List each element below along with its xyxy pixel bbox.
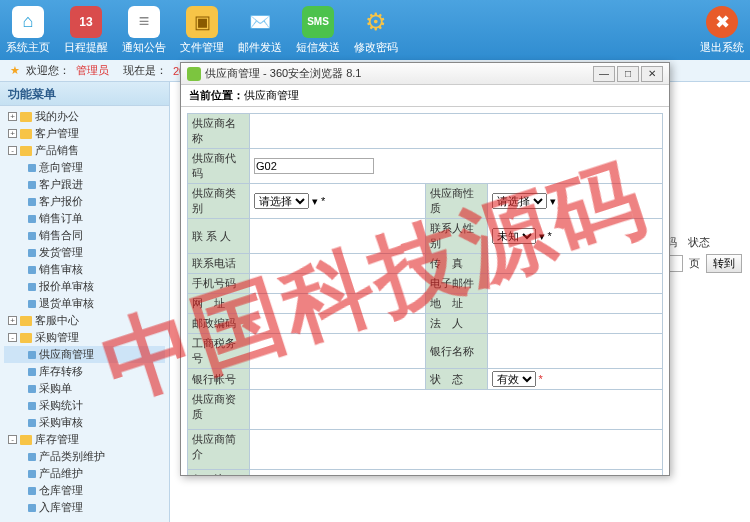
input-intro[interactable] xyxy=(254,432,658,444)
select-nature[interactable]: 请选择 xyxy=(492,193,547,209)
sidebar-title: 功能菜单 xyxy=(0,82,169,106)
toolbar-files[interactable]: ▣文件管理 xyxy=(180,6,224,55)
tree-leaf[interactable]: 销售合同 xyxy=(4,227,165,244)
tree-label: 意向管理 xyxy=(39,160,83,175)
pager-b: 页 xyxy=(689,256,700,271)
gear-icon: ⚙ xyxy=(360,6,392,38)
goto-button[interactable]: 转到 xyxy=(706,254,742,273)
tree-folder[interactable]: -产品销售 xyxy=(4,142,165,159)
lbl-phone: 联系电话 xyxy=(188,254,250,274)
input-fax[interactable] xyxy=(492,258,659,270)
tree-label: 产品类别维护 xyxy=(39,449,105,464)
expander-icon[interactable]: - xyxy=(8,333,17,342)
minimize-button[interactable]: — xyxy=(593,66,615,82)
tree-leaf[interactable]: 库存转移 xyxy=(4,363,165,380)
tree-label: 报价单审核 xyxy=(39,279,94,294)
leaf-icon xyxy=(28,470,36,478)
dialog-titlebar[interactable]: 供应商管理 - 360安全浏览器 8.1 — □ ✕ xyxy=(181,63,669,85)
tree-leaf[interactable]: 产品维护 xyxy=(4,465,165,482)
tree-leaf[interactable]: 入库管理 xyxy=(4,499,165,516)
dialog-app-icon xyxy=(187,67,201,81)
toolbar-mail[interactable]: ✉️邮件发送 xyxy=(238,6,282,55)
welcome-pre: 欢迎您： xyxy=(26,63,70,78)
tree-leaf[interactable]: 意向管理 xyxy=(4,159,165,176)
toolbar-home[interactable]: ⌂系统主页 xyxy=(6,6,50,55)
folder-icon: ▣ xyxy=(186,6,218,38)
toolbar-exit[interactable]: ✖退出系统 xyxy=(700,6,744,55)
tree-leaf[interactable]: 客户报价 xyxy=(4,193,165,210)
supplier-dialog: 供应商管理 - 360安全浏览器 8.1 — □ ✕ 当前位置：供应商管理 供应… xyxy=(180,62,670,476)
tree-folder[interactable]: -库存管理 xyxy=(4,431,165,448)
leaf-icon xyxy=(28,181,36,189)
input-code[interactable] xyxy=(254,158,374,174)
tree-leaf[interactable]: 采购审核 xyxy=(4,414,165,431)
leaf-icon xyxy=(28,351,36,359)
input-contact[interactable] xyxy=(254,230,421,242)
tree-leaf[interactable]: 销售审核 xyxy=(4,261,165,278)
leaf-icon xyxy=(28,504,36,512)
input-acct[interactable] xyxy=(254,373,421,385)
lbl-contact: 联 系 人 xyxy=(188,219,250,254)
toolbar-sms[interactable]: SMS短信发送 xyxy=(296,6,340,55)
input-res[interactable] xyxy=(254,392,658,404)
tree-label: 发货管理 xyxy=(39,245,83,260)
sidebar: 功能菜单 +我的办公+客户管理-产品销售意向管理客户跟进客户报价销售订单销售合同… xyxy=(0,82,170,522)
tree-label: 客户管理 xyxy=(35,126,79,141)
lbl-zip: 邮政编码 xyxy=(188,314,250,334)
leaf-icon xyxy=(28,232,36,240)
tree-folder[interactable]: +客户管理 xyxy=(4,125,165,142)
toolbar-settings[interactable]: ⚙修改密码 xyxy=(354,6,398,55)
input-site[interactable] xyxy=(254,298,421,310)
tree-leaf[interactable]: 产品类别维护 xyxy=(4,448,165,465)
input-email[interactable] xyxy=(492,278,659,290)
tree-label: 入库管理 xyxy=(39,500,83,515)
welcome-user: 管理员 xyxy=(76,63,109,78)
expander-icon[interactable]: - xyxy=(8,146,17,155)
toolbar-notice[interactable]: ≡通知公告 xyxy=(122,6,166,55)
input-zip[interactable] xyxy=(254,318,421,330)
lbl-addr: 地 址 xyxy=(425,294,487,314)
tree-leaf[interactable]: 销售订单 xyxy=(4,210,165,227)
expander-icon[interactable]: + xyxy=(8,316,17,325)
lbl-code: 供应商代码 xyxy=(188,149,250,184)
maximize-button[interactable]: □ xyxy=(617,66,639,82)
input-phone[interactable] xyxy=(254,258,421,270)
input-tax[interactable] xyxy=(254,345,421,357)
tree-label: 库存转移 xyxy=(39,364,83,379)
tree-leaf[interactable]: 采购统计 xyxy=(4,397,165,414)
input-name[interactable] xyxy=(254,125,658,137)
close-window-button[interactable]: ✕ xyxy=(641,66,663,82)
expander-icon[interactable]: + xyxy=(8,112,17,121)
tree-leaf[interactable]: 仓库管理 xyxy=(4,482,165,499)
tree-leaf[interactable]: 采购单 xyxy=(4,380,165,397)
tree-label: 客户跟进 xyxy=(39,177,83,192)
tree-folder[interactable]: +客服中心 xyxy=(4,312,165,329)
tree-leaf[interactable]: 发货管理 xyxy=(4,244,165,261)
expander-icon[interactable]: + xyxy=(8,129,17,138)
toolbar-calendar[interactable]: 13日程提醒 xyxy=(64,6,108,55)
input-legal[interactable] xyxy=(492,318,659,330)
leaf-icon xyxy=(28,385,36,393)
select-sex[interactable]: 未知 xyxy=(492,228,536,244)
lbl-intro: 供应商简介 xyxy=(188,430,250,470)
tree-leaf[interactable]: 退货单审核 xyxy=(4,295,165,312)
now-label: 现在是： xyxy=(123,63,167,78)
input-mobile[interactable] xyxy=(254,278,421,290)
tree-leaf[interactable]: 报价单审核 xyxy=(4,278,165,295)
tree-label: 库存管理 xyxy=(35,432,79,447)
leaf-icon xyxy=(28,215,36,223)
select-type[interactable]: 请选择 xyxy=(254,193,309,209)
tree-leaf[interactable]: 供应商管理 xyxy=(4,346,165,363)
expander-icon[interactable]: - xyxy=(8,435,17,444)
tree-leaf[interactable]: 客户跟进 xyxy=(4,176,165,193)
input-remark[interactable] xyxy=(254,472,658,475)
select-status[interactable]: 有效 xyxy=(492,371,536,387)
sms-icon: SMS xyxy=(302,6,334,38)
input-bank[interactable] xyxy=(492,345,659,357)
input-addr[interactable] xyxy=(492,298,659,310)
lbl-status: 状 态 xyxy=(425,369,487,390)
tree-folder[interactable]: -采购管理 xyxy=(4,329,165,346)
folder-icon xyxy=(20,112,32,122)
lbl-type: 供应商类别 xyxy=(188,184,250,219)
tree-folder[interactable]: +我的办公 xyxy=(4,108,165,125)
